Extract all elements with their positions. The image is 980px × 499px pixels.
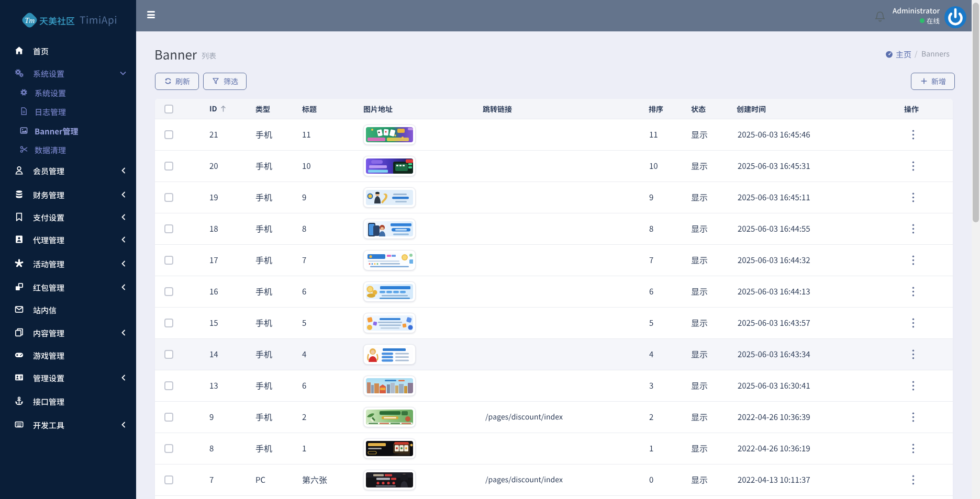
svg-text:Tm: Tm (25, 16, 35, 25)
